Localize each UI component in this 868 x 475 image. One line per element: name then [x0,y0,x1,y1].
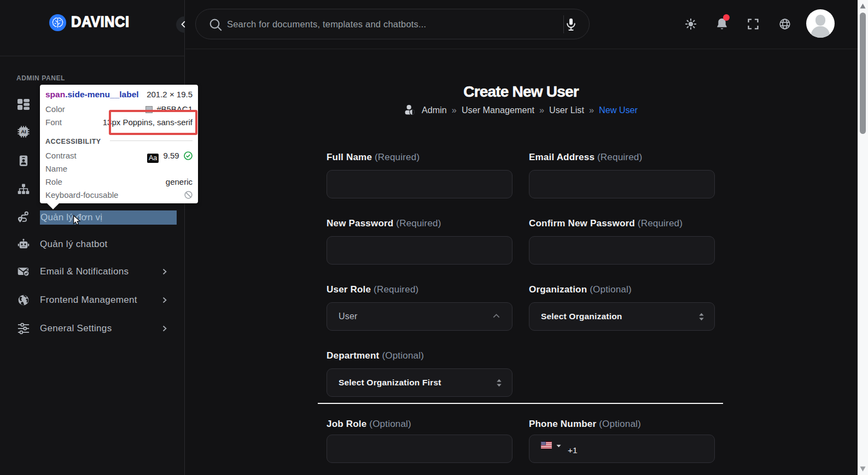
svg-text:AI: AI [21,128,26,134]
